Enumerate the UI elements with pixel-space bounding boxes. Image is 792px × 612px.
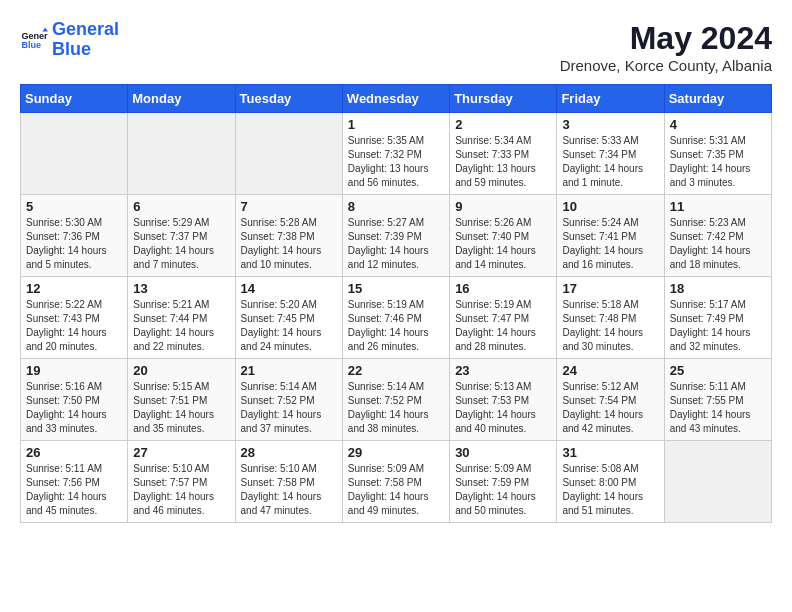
day-number: 21 xyxy=(241,363,337,378)
day-number: 4 xyxy=(670,117,766,132)
day-number: 24 xyxy=(562,363,658,378)
day-number: 29 xyxy=(348,445,444,460)
cell-content: Sunrise: 5:29 AMSunset: 7:37 PMDaylight:… xyxy=(133,216,229,272)
day-number: 7 xyxy=(241,199,337,214)
logo-text: General xyxy=(52,20,119,40)
day-number: 19 xyxy=(26,363,122,378)
day-number: 26 xyxy=(26,445,122,460)
calendar-cell xyxy=(128,113,235,195)
calendar-cell: 20Sunrise: 5:15 AMSunset: 7:51 PMDayligh… xyxy=(128,359,235,441)
cell-content: Sunrise: 5:18 AMSunset: 7:48 PMDaylight:… xyxy=(562,298,658,354)
cell-content: Sunrise: 5:14 AMSunset: 7:52 PMDaylight:… xyxy=(348,380,444,436)
cell-content: Sunrise: 5:21 AMSunset: 7:44 PMDaylight:… xyxy=(133,298,229,354)
calendar-cell: 23Sunrise: 5:13 AMSunset: 7:53 PMDayligh… xyxy=(450,359,557,441)
cell-content: Sunrise: 5:19 AMSunset: 7:46 PMDaylight:… xyxy=(348,298,444,354)
cell-content: Sunrise: 5:23 AMSunset: 7:42 PMDaylight:… xyxy=(670,216,766,272)
weekday-header-tuesday: Tuesday xyxy=(235,85,342,113)
header: General Blue General Blue May 2024 Dreno… xyxy=(20,20,772,74)
svg-marker-2 xyxy=(42,27,48,31)
calendar-cell: 8Sunrise: 5:27 AMSunset: 7:39 PMDaylight… xyxy=(342,195,449,277)
calendar-cell: 5Sunrise: 5:30 AMSunset: 7:36 PMDaylight… xyxy=(21,195,128,277)
week-row-2: 5Sunrise: 5:30 AMSunset: 7:36 PMDaylight… xyxy=(21,195,772,277)
cell-content: Sunrise: 5:30 AMSunset: 7:36 PMDaylight:… xyxy=(26,216,122,272)
location-subtitle: Drenove, Korce County, Albania xyxy=(560,57,772,74)
day-number: 6 xyxy=(133,199,229,214)
day-number: 30 xyxy=(455,445,551,460)
calendar-cell: 21Sunrise: 5:14 AMSunset: 7:52 PMDayligh… xyxy=(235,359,342,441)
day-number: 1 xyxy=(348,117,444,132)
calendar-cell: 3Sunrise: 5:33 AMSunset: 7:34 PMDaylight… xyxy=(557,113,664,195)
cell-content: Sunrise: 5:14 AMSunset: 7:52 PMDaylight:… xyxy=(241,380,337,436)
calendar-cell: 13Sunrise: 5:21 AMSunset: 7:44 PMDayligh… xyxy=(128,277,235,359)
day-number: 10 xyxy=(562,199,658,214)
calendar-cell: 1Sunrise: 5:35 AMSunset: 7:32 PMDaylight… xyxy=(342,113,449,195)
week-row-1: 1Sunrise: 5:35 AMSunset: 7:32 PMDaylight… xyxy=(21,113,772,195)
day-number: 16 xyxy=(455,281,551,296)
cell-content: Sunrise: 5:20 AMSunset: 7:45 PMDaylight:… xyxy=(241,298,337,354)
cell-content: Sunrise: 5:15 AMSunset: 7:51 PMDaylight:… xyxy=(133,380,229,436)
calendar-cell: 17Sunrise: 5:18 AMSunset: 7:48 PMDayligh… xyxy=(557,277,664,359)
logo-icon: General Blue xyxy=(20,26,48,54)
day-number: 3 xyxy=(562,117,658,132)
calendar-cell: 28Sunrise: 5:10 AMSunset: 7:58 PMDayligh… xyxy=(235,441,342,523)
calendar-cell: 26Sunrise: 5:11 AMSunset: 7:56 PMDayligh… xyxy=(21,441,128,523)
cell-content: Sunrise: 5:26 AMSunset: 7:40 PMDaylight:… xyxy=(455,216,551,272)
weekday-header-saturday: Saturday xyxy=(664,85,771,113)
day-number: 13 xyxy=(133,281,229,296)
cell-content: Sunrise: 5:11 AMSunset: 7:55 PMDaylight:… xyxy=(670,380,766,436)
cell-content: Sunrise: 5:09 AMSunset: 7:58 PMDaylight:… xyxy=(348,462,444,518)
svg-text:General: General xyxy=(21,30,48,40)
calendar-cell: 6Sunrise: 5:29 AMSunset: 7:37 PMDaylight… xyxy=(128,195,235,277)
calendar-cell: 18Sunrise: 5:17 AMSunset: 7:49 PMDayligh… xyxy=(664,277,771,359)
calendar-cell: 2Sunrise: 5:34 AMSunset: 7:33 PMDaylight… xyxy=(450,113,557,195)
cell-content: Sunrise: 5:16 AMSunset: 7:50 PMDaylight:… xyxy=(26,380,122,436)
calendar-cell: 27Sunrise: 5:10 AMSunset: 7:57 PMDayligh… xyxy=(128,441,235,523)
cell-content: Sunrise: 5:11 AMSunset: 7:56 PMDaylight:… xyxy=(26,462,122,518)
calendar-cell: 9Sunrise: 5:26 AMSunset: 7:40 PMDaylight… xyxy=(450,195,557,277)
cell-content: Sunrise: 5:10 AMSunset: 7:57 PMDaylight:… xyxy=(133,462,229,518)
day-number: 31 xyxy=(562,445,658,460)
cell-content: Sunrise: 5:33 AMSunset: 7:34 PMDaylight:… xyxy=(562,134,658,190)
cell-content: Sunrise: 5:10 AMSunset: 7:58 PMDaylight:… xyxy=(241,462,337,518)
calendar-table: SundayMondayTuesdayWednesdayThursdayFrid… xyxy=(20,84,772,523)
cell-content: Sunrise: 5:09 AMSunset: 7:59 PMDaylight:… xyxy=(455,462,551,518)
cell-content: Sunrise: 5:27 AMSunset: 7:39 PMDaylight:… xyxy=(348,216,444,272)
day-number: 9 xyxy=(455,199,551,214)
week-row-5: 26Sunrise: 5:11 AMSunset: 7:56 PMDayligh… xyxy=(21,441,772,523)
day-number: 22 xyxy=(348,363,444,378)
svg-text:Blue: Blue xyxy=(21,40,41,50)
cell-content: Sunrise: 5:13 AMSunset: 7:53 PMDaylight:… xyxy=(455,380,551,436)
day-number: 12 xyxy=(26,281,122,296)
calendar-cell: 30Sunrise: 5:09 AMSunset: 7:59 PMDayligh… xyxy=(450,441,557,523)
calendar-cell xyxy=(235,113,342,195)
calendar-cell: 31Sunrise: 5:08 AMSunset: 8:00 PMDayligh… xyxy=(557,441,664,523)
cell-content: Sunrise: 5:35 AMSunset: 7:32 PMDaylight:… xyxy=(348,134,444,190)
calendar-cell: 24Sunrise: 5:12 AMSunset: 7:54 PMDayligh… xyxy=(557,359,664,441)
weekday-header-wednesday: Wednesday xyxy=(342,85,449,113)
weekday-header-monday: Monday xyxy=(128,85,235,113)
day-number: 23 xyxy=(455,363,551,378)
day-number: 8 xyxy=(348,199,444,214)
day-number: 17 xyxy=(562,281,658,296)
cell-content: Sunrise: 5:31 AMSunset: 7:35 PMDaylight:… xyxy=(670,134,766,190)
logo: General Blue General Blue xyxy=(20,20,119,60)
calendar-cell: 16Sunrise: 5:19 AMSunset: 7:47 PMDayligh… xyxy=(450,277,557,359)
calendar-cell: 10Sunrise: 5:24 AMSunset: 7:41 PMDayligh… xyxy=(557,195,664,277)
day-number: 15 xyxy=(348,281,444,296)
cell-content: Sunrise: 5:12 AMSunset: 7:54 PMDaylight:… xyxy=(562,380,658,436)
day-number: 27 xyxy=(133,445,229,460)
calendar-cell: 12Sunrise: 5:22 AMSunset: 7:43 PMDayligh… xyxy=(21,277,128,359)
calendar-cell: 4Sunrise: 5:31 AMSunset: 7:35 PMDaylight… xyxy=(664,113,771,195)
weekday-header-friday: Friday xyxy=(557,85,664,113)
day-number: 28 xyxy=(241,445,337,460)
calendar-cell: 14Sunrise: 5:20 AMSunset: 7:45 PMDayligh… xyxy=(235,277,342,359)
calendar-cell: 11Sunrise: 5:23 AMSunset: 7:42 PMDayligh… xyxy=(664,195,771,277)
week-row-4: 19Sunrise: 5:16 AMSunset: 7:50 PMDayligh… xyxy=(21,359,772,441)
weekday-header-thursday: Thursday xyxy=(450,85,557,113)
day-number: 5 xyxy=(26,199,122,214)
day-number: 25 xyxy=(670,363,766,378)
cell-content: Sunrise: 5:24 AMSunset: 7:41 PMDaylight:… xyxy=(562,216,658,272)
calendar-cell xyxy=(664,441,771,523)
week-row-3: 12Sunrise: 5:22 AMSunset: 7:43 PMDayligh… xyxy=(21,277,772,359)
cell-content: Sunrise: 5:17 AMSunset: 7:49 PMDaylight:… xyxy=(670,298,766,354)
